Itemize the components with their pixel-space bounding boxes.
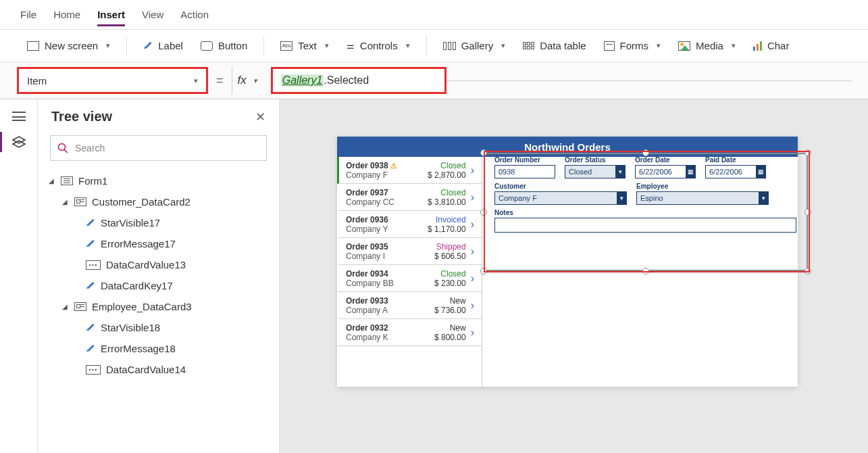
chevron-right-icon[interactable]: › (469, 327, 476, 339)
order-title: Order 0932 (346, 323, 432, 333)
text-button[interactable]: Abc Text ▾ (274, 36, 336, 55)
pencil-icon (84, 342, 97, 356)
hamburger-icon[interactable] (12, 112, 26, 121)
caret-down-icon: ◢ (49, 177, 55, 185)
tree-node-starvisible17[interactable]: StarVisible17 (42, 212, 279, 233)
gallery-row[interactable]: Order 0937 Company CC Closed $ 3,810.00 … (337, 184, 482, 211)
resize-handle-sw[interactable] (480, 268, 487, 275)
chart-icon (753, 41, 762, 51)
order-date-input[interactable]: 6/22/2006▦ (635, 165, 696, 178)
fx-button[interactable]: fx ▾ (232, 67, 263, 94)
employee-select[interactable]: Espino▾ (636, 191, 769, 205)
label-text: Label (158, 40, 183, 51)
property-selector[interactable]: Item ▾ (17, 67, 208, 94)
tree-node-employee-card[interactable]: ◢ Employee_DataCard3 (42, 296, 279, 317)
forms-button[interactable]: Forms ▾ (597, 36, 668, 55)
gallery-row[interactable]: Order 0935 Company I Shipped $ 606.50 › (337, 238, 482, 265)
form-icon (604, 41, 615, 51)
search-icon (57, 143, 68, 153)
left-rail (0, 99, 38, 453)
warning-icon: ⚠ (390, 162, 397, 170)
button-button[interactable]: Button (194, 36, 254, 55)
tree-node-datacardvalue13[interactable]: ⋯ DataCardValue13 (42, 254, 279, 275)
notes-input[interactable] (494, 218, 796, 233)
tree-node-errormessage17[interactable]: ErrorMessage17 (42, 233, 279, 254)
order-status: Closed (428, 188, 466, 197)
combobox-icon: ⋯ (86, 365, 101, 375)
tree-view-icon[interactable] (11, 136, 26, 148)
tree-node-customer-card[interactable]: ◢ Customer_DataCard2 (42, 191, 279, 212)
menu-home[interactable]: Home (53, 9, 80, 20)
order-status-field: Order Status Closed▾ (565, 156, 626, 178)
node-label: StarVisible18 (101, 322, 160, 333)
customer-field: Customer Company F▾ (494, 183, 627, 205)
order-status: Invoiced (428, 215, 466, 224)
gallery-row[interactable]: Order 0936 Company Y Invoiced $ 1,170.00… (337, 211, 482, 238)
pencil-icon (84, 279, 97, 293)
label-button[interactable]: Label (136, 36, 190, 55)
formula-input[interactable]: Gallery1.Selected (271, 67, 446, 94)
resize-handle-s[interactable] (642, 268, 649, 275)
resize-handle-e[interactable] (805, 209, 811, 216)
resize-handle-se[interactable] (805, 268, 811, 275)
resize-handle-ne[interactable] (805, 149, 811, 156)
gallery-label: Gallery (461, 40, 494, 51)
search-input[interactable]: Search (50, 135, 267, 161)
order-amount: $ 3,810.00 (428, 197, 466, 207)
chevron-right-icon[interactable]: › (469, 191, 476, 204)
chevron-right-icon[interactable]: › (469, 272, 476, 285)
gallery-button[interactable]: Gallery ▾ (436, 36, 513, 55)
menu-view[interactable]: View (142, 9, 163, 20)
customer-select[interactable]: Company F▾ (494, 191, 627, 205)
gallery-icon (443, 42, 456, 50)
gallery-row[interactable]: Order 0938⚠ Company F Closed $ 2,870.00 … (337, 157, 482, 184)
company-name: Company BB (346, 279, 432, 288)
resize-handle-nw[interactable] (480, 149, 487, 156)
chevron-down-icon: ▾ (759, 192, 768, 204)
gallery-row[interactable]: Order 0933 Company A New $ 736.00 › (337, 292, 482, 319)
chevron-right-icon[interactable]: › (469, 300, 476, 312)
resize-handle-w[interactable] (480, 209, 487, 216)
tree-node-form1[interactable]: ◢ Form1 (42, 170, 279, 191)
menu-action[interactable]: Action (180, 9, 209, 20)
gallery-row[interactable]: Order 0932 Company K New $ 800.00 › (337, 319, 482, 346)
tree-node-datacardvalue14[interactable]: ⋯ DataCardValue14 (42, 359, 279, 380)
pencil-icon (84, 237, 97, 251)
orders-gallery[interactable]: Order 0938⚠ Company F Closed $ 2,870.00 … (337, 157, 482, 387)
chevron-down-icon: ▾ (501, 41, 505, 50)
data-table-label: Data table (540, 40, 586, 51)
menu-insert[interactable]: Insert (97, 9, 125, 26)
tree-node-starvisible18[interactable]: StarVisible18 (42, 317, 279, 338)
tree-node-datacardkey17[interactable]: DataCardKey17 (42, 275, 279, 296)
chevron-down-icon: ▾ (732, 41, 736, 50)
menu-file[interactable]: File (20, 9, 36, 20)
search-placeholder: Search (75, 143, 105, 153)
notes-label: Notes (494, 209, 796, 216)
tree-scroll[interactable]: ◢ Form1 ◢ Customer_DataCard2 StarVisible… (38, 166, 279, 453)
divider (426, 36, 427, 56)
calendar-icon: ▦ (756, 166, 765, 178)
tree-node-errormessage18[interactable]: ErrorMessage18 (42, 338, 279, 359)
order-status-select[interactable]: Closed▾ (565, 165, 626, 178)
controls-button[interactable]: ⚌ Controls ▾ (340, 36, 417, 55)
formula-rest: .Selected (324, 74, 369, 87)
chevron-right-icon[interactable]: › (469, 245, 476, 258)
new-screen-button[interactable]: New screen ▾ (20, 36, 117, 55)
company-name: Company F (346, 170, 425, 180)
tree-view-panel: Tree view ✕ Search ◢ Form1 ◢ Customer_Da… (38, 99, 280, 453)
close-icon[interactable]: ✕ (255, 110, 265, 124)
charts-button[interactable]: Char (746, 36, 796, 55)
order-number-input[interactable]: 0938 (494, 165, 555, 178)
chevron-right-icon[interactable]: › (469, 164, 476, 176)
order-status: Shipped (434, 242, 466, 252)
order-amount: $ 2,870.00 (428, 170, 466, 180)
chevron-right-icon[interactable]: › (469, 218, 476, 231)
tree-view-title: Tree view (51, 109, 112, 124)
paid-date-input[interactable]: 6/22/2006▦ (705, 165, 766, 178)
datacard-icon (74, 197, 86, 206)
canvas-area[interactable]: Northwind Orders Order 0938⚠ Company F C… (280, 99, 868, 453)
gallery-row[interactable]: Order 0934 Company BB Closed $ 230.00 › (337, 265, 482, 292)
media-button[interactable]: Media ▾ (671, 36, 742, 55)
calendar-icon: ▦ (686, 166, 695, 178)
data-table-button[interactable]: Data table (516, 36, 592, 55)
